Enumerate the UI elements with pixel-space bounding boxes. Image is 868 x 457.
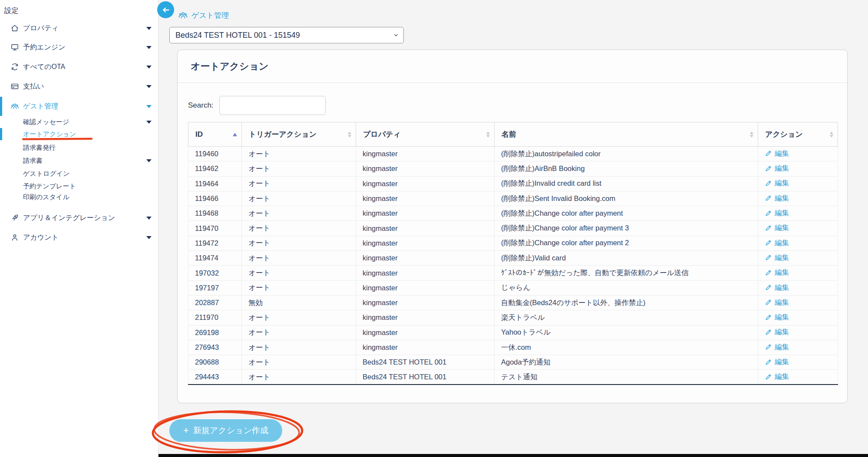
edit-pencil-icon [765, 358, 772, 366]
cell-property: kingmaster [356, 251, 495, 266]
edit-link[interactable]: 編集 [765, 223, 789, 233]
red-underline-annotation [22, 138, 92, 140]
table-row: 119466 オート kingmaster (削除禁止)Sent Invalid… [188, 191, 838, 206]
cell-property: kingmaster [356, 295, 495, 310]
column-header-id[interactable]: ID [188, 122, 242, 147]
edit-link[interactable]: 編集 [765, 268, 789, 277]
edit-pencil-icon [765, 194, 772, 202]
sort-icon [750, 132, 753, 138]
cell-id: 202887 [188, 295, 242, 310]
edit-pencil-icon [765, 210, 772, 217]
cell-trigger: オート [242, 221, 356, 236]
edit-link[interactable]: 編集 [765, 342, 789, 352]
edit-link-label: 編集 [775, 223, 789, 233]
sidebar-item-payments[interactable]: 支払い [0, 77, 158, 96]
edit-link[interactable]: 編集 [765, 253, 789, 263]
table-row: 269198 オート kingmaster Yahooトラベル 編集 [188, 325, 838, 340]
cell-id: 119460 [188, 147, 242, 161]
column-header-trigger[interactable]: トリガーアクション [242, 122, 356, 147]
edit-pencil-icon [765, 299, 772, 306]
edit-link-label: 編集 [775, 194, 789, 203]
sidebar-item-account[interactable]: アカウント [0, 228, 158, 247]
property-select[interactable]: Beds24 TEST HOTEL 001 - 151549 [169, 27, 404, 43]
column-header-action[interactable]: アクション [758, 122, 838, 147]
sidebar-item-invoicing[interactable]: 請求書発行 [0, 141, 158, 154]
edit-link[interactable]: 編集 [765, 357, 789, 367]
edit-link[interactable]: 編集 [765, 372, 789, 381]
settings-sidebar: 設定 プロパティ 予約エンジン すべてのOTA 支払い ゲスト管理 [0, 0, 158, 457]
table-row: 119472 オート kingmaster (削除禁止)Change color… [188, 236, 838, 250]
cell-property: kingmaster [356, 310, 495, 325]
cell-action: 編集 [758, 236, 838, 250]
column-header-property[interactable]: プロパティ [356, 122, 495, 147]
caret-down-icon [146, 85, 152, 88]
main-content: ゲスト管理 Beds24 TEST HOTEL 001 - 151549 オート… [158, 0, 868, 457]
edit-link[interactable]: 編集 [765, 327, 789, 337]
edit-link-label: 編集 [775, 283, 789, 293]
edit-link[interactable]: 編集 [765, 238, 789, 248]
sidebar-item-guest-login[interactable]: ゲストログイン [0, 168, 158, 180]
search-label: Search: [188, 101, 214, 110]
table-body: 119460 オート kingmaster (削除禁止)autostripefa… [188, 147, 838, 385]
sidebar-item-confirmation-messages[interactable]: 確認メッセージ [0, 116, 158, 128]
edit-link-label: 編集 [775, 342, 789, 352]
edit-pencil-icon [765, 284, 772, 291]
edit-link[interactable]: 編集 [765, 178, 789, 188]
sidebar-item-booking-templates[interactable]: 予約テンプレート [0, 180, 158, 192]
people-icon [10, 102, 19, 111]
back-button[interactable] [157, 1, 174, 18]
edit-link-label: 編集 [775, 298, 789, 307]
sort-icon [348, 132, 351, 138]
cell-id: 211970 [188, 310, 242, 325]
cell-action: 編集 [758, 176, 838, 191]
auto-actions-table: ID トリガーアクション プロパティ [188, 122, 838, 385]
edit-link[interactable]: 編集 [765, 312, 789, 322]
sidebar-item-guest-management[interactable]: ゲスト管理 [0, 97, 158, 116]
cell-id: 119472 [188, 236, 242, 250]
caret-down-icon [146, 121, 152, 124]
edit-link[interactable]: 編集 [765, 194, 789, 203]
cell-name: じゃらん [495, 280, 758, 295]
cell-property: kingmaster [356, 236, 495, 250]
cell-name: 自動集金(Beds24のサポート以外、操作禁止) [495, 295, 758, 310]
cell-trigger: オート [242, 310, 356, 325]
edit-link-label: 編集 [775, 238, 789, 248]
breadcrumb[interactable]: ゲスト管理 [178, 10, 229, 20]
cell-trigger: 無効 [242, 295, 356, 310]
edit-link[interactable]: 編集 [765, 283, 789, 293]
edit-link-label: 編集 [775, 149, 789, 158]
sidebar-item-print-styles[interactable]: 印刷のスタイル [0, 191, 158, 203]
sidebar-item-property[interactable]: プロパティ [0, 19, 158, 38]
edit-link-label: 編集 [775, 208, 789, 218]
caret-down-icon [146, 66, 152, 69]
edit-link[interactable]: 編集 [765, 298, 789, 307]
table-header-row: ID トリガーアクション プロパティ [188, 122, 838, 147]
arrow-left-icon [161, 5, 171, 15]
cell-action: 編集 [758, 280, 838, 295]
cell-id: 119470 [188, 221, 242, 236]
cell-name: Yahooトラベル [495, 325, 758, 340]
cell-property: kingmaster [356, 147, 495, 161]
create-action-button[interactable]: + 新規アクション作成 [169, 419, 282, 442]
edit-link[interactable]: 編集 [765, 149, 789, 158]
cell-name: (削除禁止)Change color after payment 2 [495, 236, 758, 250]
table-row: 197032 オート kingmaster ｹﾞｽﾄのｶｰﾄﾞが無効だった際、自… [188, 266, 838, 280]
sidebar-item-apps-integrations[interactable]: アプリ＆インテグレーション [0, 208, 158, 227]
cell-action: 編集 [758, 325, 838, 340]
auto-actions-panel: オートアクション Search: ID [177, 49, 848, 403]
search-input[interactable] [219, 96, 326, 115]
cell-property: kingmaster [356, 266, 495, 280]
cell-action: 編集 [758, 370, 838, 385]
sidebar-item-all-ota[interactable]: すべてのOTA [0, 57, 158, 76]
edit-link[interactable]: 編集 [765, 164, 789, 173]
breadcrumb-label: ゲスト管理 [191, 10, 229, 20]
column-header-name[interactable]: 名前 [495, 122, 758, 147]
create-action-label: 新規アクション作成 [193, 425, 268, 436]
table-row: 119470 オート kingmaster (削除禁止)Change color… [188, 221, 838, 236]
cell-property: Beds24 TEST HOTEL 001 [356, 370, 495, 385]
sidebar-item-invoices[interactable]: 請求書 [0, 155, 158, 167]
table-row: 119474 オート kingmaster (削除禁止)Valid card 編… [188, 251, 838, 266]
edit-link[interactable]: 編集 [765, 208, 789, 218]
cell-name: (削除禁止)Change color after payment [495, 206, 758, 221]
sidebar-item-booking-engine[interactable]: 予約エンジン [0, 38, 158, 57]
